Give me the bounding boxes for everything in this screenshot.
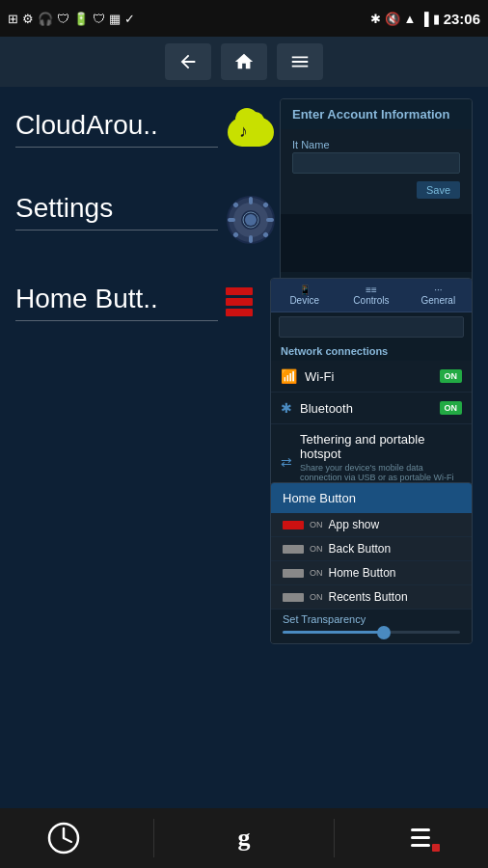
bottom-nav-google[interactable]: g (205, 808, 283, 868)
cloud-icon: ♪ (226, 114, 276, 154)
clock-icon (46, 821, 81, 855)
recentsbutton-on-text: ON (310, 592, 323, 602)
svg-rect-4 (249, 197, 253, 204)
battery2-icon: ▮ (433, 12, 440, 26)
sd-icon: ▦ (109, 12, 121, 26)
transparency-slider[interactable] (283, 631, 460, 634)
svg-rect-18 (411, 836, 430, 839)
backbutton-row[interactable]: ON Back Button (271, 537, 472, 561)
bluetooth-toggle[interactable]: ON (440, 401, 463, 415)
wifi-icon-small: 📶 (281, 368, 297, 384)
svg-rect-19 (411, 844, 430, 847)
svg-point-3 (245, 214, 257, 226)
cloud-name-label: It Name (292, 139, 460, 150)
back-button[interactable] (165, 43, 211, 80)
homebutton2-row[interactable]: ON Home Button (271, 561, 472, 585)
nav-divider-2 (334, 819, 335, 857)
status-icons-left: ⊞ ⚙ 🎧 🛡 🔋 🛡 ▦ ✓ (8, 12, 135, 26)
home-popup-header: Home Button (271, 483, 472, 513)
list-icon (407, 821, 442, 855)
bottom-nav-list[interactable] (386, 808, 463, 868)
bluetooth-icon: ✱ (370, 12, 381, 26)
transparency-label: Set Transparency (283, 613, 460, 625)
add-icon: ⊞ (8, 12, 18, 26)
wifi-label: Wi-Fi (305, 369, 334, 384)
bottom-nav-clock[interactable] (25, 808, 102, 868)
recentsbutton-row[interactable]: ON Recents Button (271, 585, 472, 610)
bluetooth-row-left: ✱ Bluetooth (281, 400, 353, 416)
homebutt-section-label-wrapper: Home Butt.. (15, 284, 218, 321)
headphone-icon: 🎧 (38, 12, 53, 26)
menu-button[interactable] (277, 43, 323, 80)
home-popup-card: Home Button ON App show ON Back Button O… (270, 482, 473, 644)
backbutton-on-text: ON (310, 544, 323, 554)
svg-rect-20 (432, 844, 440, 852)
nav-bar (0, 37, 488, 87)
red-bar-3 (226, 309, 253, 316)
status-icons-right: ✱ 🔇 ▲ ▐ ▮ 23:06 (370, 11, 480, 27)
gear-icon (226, 195, 276, 245)
svg-rect-7 (266, 218, 274, 222)
battery-icon: 🔋 (73, 12, 89, 26)
appshow-red-bar (283, 521, 304, 529)
home-button[interactable] (221, 43, 267, 80)
gear-svg (226, 195, 276, 245)
slider-thumb[interactable] (377, 626, 391, 639)
wifi-row[interactable]: 📶 Wi-Fi ON (271, 361, 472, 393)
appshow-row[interactable]: ON App show (271, 513, 472, 537)
status-bar: ⊞ ⚙ 🎧 🛡 🔋 🛡 ▦ ✓ ✱ 🔇 ▲ ▐ ▮ 23:06 (0, 0, 488, 37)
svg-rect-5 (249, 235, 253, 243)
nav-divider-1 (153, 819, 154, 857)
backbutton-label: Back Button (329, 542, 392, 556)
main-content: CloudArou.. ♪ Enter Account Information … (0, 87, 488, 808)
appshow-on-text: ON (310, 520, 323, 529)
bluetooth-row[interactable]: ✱ Bluetooth ON (271, 393, 472, 424)
wifi-row-left: 📶 Wi-Fi (281, 368, 334, 384)
tether-label: Tethering and portable hotspot (300, 432, 462, 461)
settings-section-row: Settings (0, 164, 488, 255)
homebutton2-on-text: ON (310, 568, 323, 578)
cloudarou-section-label-wrapper: CloudArou.. (15, 110, 218, 148)
cloud-shape (228, 118, 274, 147)
shield-icon: 🛡 (57, 12, 69, 26)
svg-text:g: g (237, 824, 250, 852)
cloud-popup-header: Enter Account Information (281, 99, 472, 129)
network-header: Network connections (271, 341, 472, 361)
signal-icon: ▐ (420, 12, 428, 26)
svg-rect-6 (228, 218, 235, 222)
red-stacks-icon (226, 287, 253, 316)
homebutt-label: Home Butt.. (15, 284, 218, 321)
shield2-icon: 🛡 (93, 12, 105, 26)
appshow-label: App show (329, 518, 380, 531)
bluetooth-icon-small: ✱ (281, 400, 292, 416)
cloudarou-label: CloudArou.. (15, 110, 218, 148)
music-note-icon: ♪ (239, 122, 248, 142)
svg-line-15 (64, 838, 71, 842)
homebutt-section-row: Home Butt.. (0, 255, 488, 331)
status-time: 23:06 (444, 11, 480, 27)
check-icon: ✓ (124, 12, 135, 26)
svg-rect-17 (411, 828, 430, 831)
red-bar-1 (226, 287, 253, 295)
tether-icon: ⇄ (281, 454, 292, 470)
wifi-toggle[interactable]: ON (440, 369, 463, 383)
mute-icon: 🔇 (385, 12, 400, 26)
google-icon: g (227, 821, 261, 855)
usb-icon: ⚙ (22, 12, 34, 26)
settings-section-label-wrapper: Settings (15, 193, 218, 231)
recentsbutton-label: Recents Button (329, 590, 408, 604)
red-bar-2 (226, 298, 253, 306)
slider-fill (283, 631, 380, 634)
settings-label: Settings (15, 193, 218, 231)
bottom-nav: g (0, 808, 488, 868)
transparency-row: Set Transparency (271, 610, 472, 643)
homebutton2-label: Home Button (329, 566, 396, 580)
wifi-icon: ▲ (404, 12, 417, 26)
bluetooth-label: Bluetooth (300, 401, 353, 416)
